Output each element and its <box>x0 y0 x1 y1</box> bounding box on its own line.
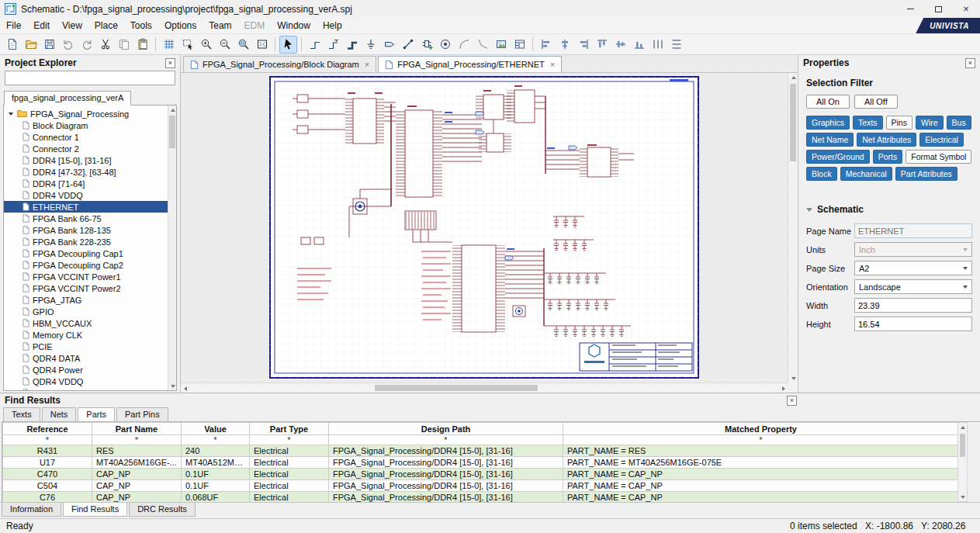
scroll-right-icon[interactable] <box>779 384 788 393</box>
zoom-out-button[interactable] <box>216 36 234 54</box>
ground-button[interactable] <box>362 36 379 54</box>
filter-ports[interactable]: Ports <box>873 150 903 164</box>
filter-net-name[interactable]: Net Name <box>806 133 854 147</box>
find-results-scrollbar[interactable] <box>957 422 968 502</box>
pointer-button[interactable] <box>279 36 297 54</box>
tree-item-gpio[interactable]: GPIO <box>4 306 168 317</box>
project-explorer-close-icon[interactable]: × <box>165 58 175 68</box>
wire-button[interactable] <box>306 36 324 54</box>
sheet-button[interactable] <box>511 36 528 54</box>
table-row[interactable]: C470CAP_NP0.1UFElectricalFPGA_Signal_Pro… <box>3 469 958 480</box>
save-button[interactable] <box>40 36 58 54</box>
bottom-tab-find-results[interactable]: Find Results <box>63 503 127 517</box>
align-right-button[interactable] <box>574 36 592 54</box>
redo-button[interactable] <box>78 36 95 54</box>
add-part-button[interactable] <box>417 36 435 54</box>
bus-button[interactable] <box>343 36 361 54</box>
find-tab-nets[interactable]: Nets <box>42 407 77 421</box>
units-select[interactable]: Inch <box>854 242 972 257</box>
canvas-vertical-scrollbar[interactable] <box>788 73 798 382</box>
tree-root[interactable]: FPGA_Signal_Processing <box>4 108 168 119</box>
tab-close-icon[interactable]: × <box>550 60 555 69</box>
menu-item-options[interactable]: Options <box>158 18 203 33</box>
tree-item-fpga-bank-228-235[interactable]: FPGA Bank 228-235 <box>4 236 168 247</box>
filter-electrical[interactable]: Electrical <box>919 133 964 147</box>
properties-close-icon[interactable]: × <box>965 58 975 68</box>
schematic-section-header[interactable]: Schematic <box>806 204 972 215</box>
tree-item-fpga-jtag[interactable]: FPGA_JTAG <box>4 294 168 306</box>
filter-block[interactable]: Block <box>806 167 837 181</box>
filter-format-symbol[interactable]: Format Symbol <box>906 150 971 164</box>
tree-item-hbm-vccaux[interactable]: HBM_VCCAUX <box>4 317 168 329</box>
all-off-button[interactable]: All Off <box>854 95 898 109</box>
schematic-sheet[interactable] <box>181 73 788 382</box>
page-size-select[interactable]: A2 <box>854 261 972 275</box>
scroll-down-icon[interactable] <box>789 374 798 382</box>
column-filter-cell[interactable]: * <box>563 435 958 445</box>
find-tab-part-pins[interactable]: Part Pins <box>116 407 168 421</box>
tree-item-fpga-bank-66-75[interactable]: FPGA Bank 66-75 <box>4 213 168 224</box>
minimize-button[interactable] <box>896 0 924 18</box>
tree-item-block-diagram[interactable]: Block Diagram <box>4 119 168 131</box>
copy-button[interactable] <box>115 36 133 54</box>
tree-item-ddr4-47-32-63-48[interactable]: DDR4 [47-32], [63-48] <box>4 166 168 178</box>
zoom-window-button[interactable] <box>234 36 252 54</box>
schematic-canvas[interactable] <box>181 73 798 393</box>
tree-vertical-scrollbar[interactable] <box>168 106 176 390</box>
tree-item-ddr4-vddq[interactable]: DDR4 VDDQ <box>4 189 168 201</box>
align-middle-button[interactable] <box>611 36 629 54</box>
probe-button[interactable] <box>436 36 454 54</box>
tree-item-ddr4-15-0-31-16[interactable]: DDR4 [15-0], [31-16] <box>4 154 168 166</box>
bottom-tab-information[interactable]: Information <box>2 503 61 517</box>
tree-item-memory-clk[interactable]: Memory CLK <box>4 329 168 341</box>
table-row[interactable]: R431RES240ElectricalFPGA_Signal_Processi… <box>3 445 958 457</box>
tree-item-fpga-vccint-power2[interactable]: FPGA VCCINT Power2 <box>4 282 168 294</box>
project-search-input[interactable] <box>5 71 175 85</box>
distribute-vertical-button[interactable] <box>667 36 685 54</box>
zoom-fit-button[interactable] <box>253 36 271 54</box>
table-row[interactable]: C76CAP_NP0.068UFElectricalFPGA_Signal_Pr… <box>3 492 958 503</box>
column-filter-cell[interactable]: * <box>3 435 92 445</box>
scrollbar-thumb[interactable] <box>375 385 538 391</box>
menu-item-place[interactable]: Place <box>88 18 124 33</box>
filter-net-attributes[interactable]: Net Attributes <box>857 133 916 147</box>
scroll-up-icon[interactable] <box>789 73 798 81</box>
close-button[interactable]: × <box>952 0 980 18</box>
tree-item-qdr4-data[interactable]: QDR4 DATA <box>4 352 168 364</box>
width-input[interactable] <box>854 298 972 313</box>
column-header[interactable]: Value <box>182 423 250 435</box>
column-filter-cell[interactable]: * <box>182 435 250 445</box>
table-row[interactable]: U17MT40A256M16GE-...MT40A512M16LY-...Ele… <box>3 457 958 469</box>
maximize-button[interactable] <box>924 0 952 18</box>
select-area-button[interactable] <box>178 36 196 54</box>
align-bottom-button[interactable] <box>630 36 648 54</box>
menu-item-team[interactable]: Team <box>203 18 237 33</box>
project-tab[interactable]: fpga_signal_processing_verA <box>4 91 131 106</box>
paste-button[interactable] <box>133 36 151 54</box>
menu-item-help[interactable]: Help <box>317 18 348 33</box>
zoom-in-button[interactable] <box>197 36 215 54</box>
cut-button[interactable] <box>96 36 114 54</box>
filter-power-ground[interactable]: Power/Ground <box>806 150 870 164</box>
filter-part-attributes[interactable]: Part Attributes <box>895 167 957 181</box>
scroll-down-icon[interactable] <box>168 382 177 390</box>
expander-icon[interactable] <box>9 112 13 116</box>
filter-graphics[interactable]: Graphics <box>806 116 850 130</box>
menu-item-window[interactable]: Window <box>271 18 317 33</box>
tree-item-pcie[interactable]: PCIE <box>4 341 168 352</box>
tab-close-icon[interactable]: × <box>365 60 369 69</box>
tree-item-connector-1[interactable]: Connector 1 <box>4 131 168 143</box>
align-center-button[interactable] <box>556 36 573 54</box>
filter-wire[interactable]: Wire <box>916 116 944 130</box>
column-header[interactable]: Part Name <box>92 423 182 435</box>
net-label-button[interactable] <box>324 36 342 54</box>
scroll-left-icon[interactable] <box>181 384 189 393</box>
tree-item-connector-2[interactable]: Connector 2 <box>4 143 168 154</box>
arc-button[interactable] <box>455 36 473 54</box>
align-left-button[interactable] <box>537 36 555 54</box>
open-project-button[interactable] <box>22 36 40 54</box>
scrollbar-thumb[interactable] <box>790 84 796 161</box>
tree-item-qsfp-clk[interactable]: QSFP CLK <box>4 387 168 390</box>
filter-texts[interactable]: Texts <box>853 116 883 130</box>
distribute-horizontal-button[interactable] <box>649 36 667 54</box>
